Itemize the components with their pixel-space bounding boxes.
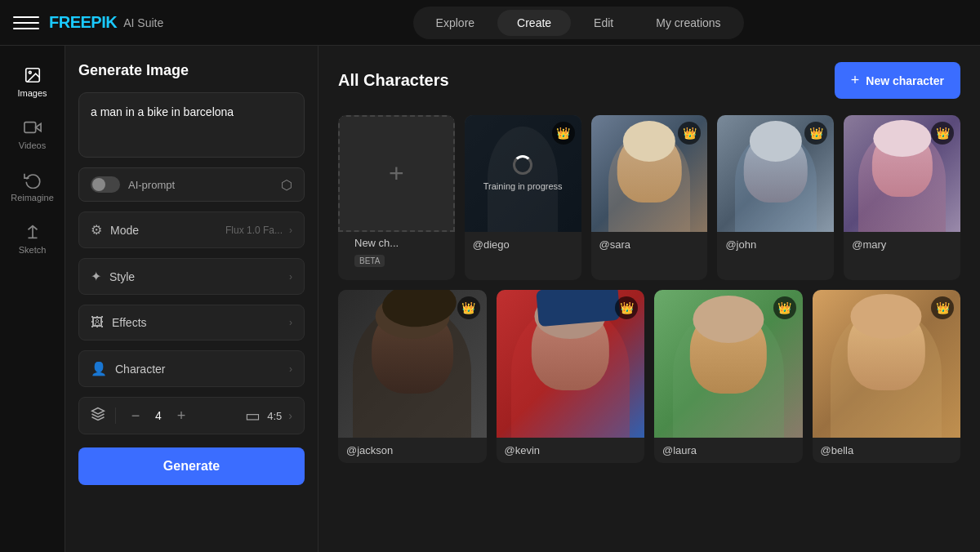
new-character-label: New character — [866, 74, 944, 87]
left-panel: Generate Image a man in a bike in barcel… — [65, 46, 318, 552]
svg-marker-2 — [35, 123, 40, 131]
divider — [115, 407, 116, 424]
count-increment-button[interactable]: + — [172, 406, 191, 425]
character-chevron-icon: › — [289, 363, 292, 375]
mode-value: Flux 1.0 Fa... — [225, 225, 283, 236]
ai-prompt-row: AI-prompt ⬡ — [78, 167, 305, 202]
icon-sidebar: Images Videos Reimagine — [0, 46, 65, 552]
training-spinner — [513, 155, 532, 175]
character-card-bella[interactable]: @bella 👑 — [813, 290, 961, 464]
characters-header: All Characters + New character — [338, 62, 960, 99]
new-character-card[interactable]: + New ch... BETA — [338, 115, 455, 280]
beta-badge: BETA — [354, 255, 385, 267]
effects-chevron-area: › — [289, 317, 292, 328]
training-text: Training in progress — [483, 181, 563, 191]
mode-value-area: Flux 1.0 Fa... › — [225, 225, 292, 236]
plus-icon: + — [851, 72, 860, 89]
hamburger-menu[interactable] — [13, 10, 39, 36]
mode-icon: ⚙ — [91, 222, 102, 238]
character-card-sara[interactable]: @sara 👑 — [591, 115, 708, 280]
crown-badge-diego: 👑 — [552, 122, 575, 145]
char-name-laura: @laura — [654, 438, 803, 463]
style-chevron-icon: › — [289, 271, 292, 283]
prompt-input[interactable]: a man in a bike in barcelona — [78, 92, 305, 158]
crown-badge-john: 👑 — [804, 122, 827, 145]
char-name-kevin: @kevin — [497, 438, 645, 463]
crown-badge-jackson: 👑 — [457, 296, 480, 319]
logo-text: FREEPIK — [49, 13, 117, 32]
sidebar-reimagine-label: Reimagine — [11, 193, 54, 203]
crown-badge-bella: 👑 — [931, 296, 954, 319]
toggle-knob — [92, 178, 105, 191]
character-chevron-area: › — [289, 363, 292, 375]
mode-option-row[interactable]: ⚙ Mode Flux 1.0 Fa... › — [78, 211, 305, 248]
mode-chevron-icon: › — [289, 225, 292, 236]
crown-badge-kevin: 👑 — [615, 296, 638, 319]
effects-option-row[interactable]: 🖼 Effects › — [78, 305, 305, 341]
videos-icon — [23, 118, 42, 137]
sidebar-images-label: Images — [17, 88, 47, 98]
character-option-row[interactable]: 👤 Character › — [78, 350, 305, 387]
characters-grid-row1: + New ch... BETA Training in progress — [338, 115, 960, 280]
character-card-john[interactable]: @john 👑 — [717, 115, 834, 280]
sidebar-item-videos[interactable]: Videos — [7, 111, 59, 157]
sidebar-item-images[interactable]: Images — [7, 59, 59, 105]
count-control: − 4 + — [126, 406, 191, 425]
tab-my-creations[interactable]: My creations — [636, 10, 740, 36]
ai-prompt-label: AI-prompt — [128, 179, 175, 191]
new-char-placeholder: + — [338, 115, 455, 232]
all-characters-title: All Characters — [338, 71, 449, 90]
reimagine-icon — [23, 170, 42, 189]
right-panel: All Characters + New character + New ch.… — [318, 46, 980, 552]
crown-badge-mary: 👑 — [931, 122, 954, 145]
ratio-icon: ▭ — [245, 406, 261, 425]
count-decrement-button[interactable]: − — [126, 406, 145, 425]
character-option-left: 👤 Character — [91, 361, 165, 376]
character-label: Character — [115, 363, 165, 376]
tab-explore[interactable]: Explore — [416, 10, 494, 36]
ratio-chevron-icon: › — [288, 409, 292, 422]
effects-option-left: 🖼 Effects — [91, 315, 147, 330]
ai-prompt-toggle[interactable] — [91, 176, 120, 193]
new-ch-label: New ch... — [346, 234, 407, 252]
character-card-mary[interactable]: @mary 👑 — [844, 115, 960, 280]
effects-label: Effects — [112, 316, 147, 329]
style-option-row[interactable]: ✦ Style › — [78, 258, 305, 295]
ai-prompt-left: AI-prompt — [91, 176, 175, 193]
sidebar-item-reimagine[interactable]: Reimagine — [7, 163, 59, 209]
main-content: Images Videos Reimagine — [0, 46, 980, 552]
mode-label: Mode — [110, 224, 139, 237]
style-option-left: ✦ Style — [91, 269, 135, 284]
character-card-jackson[interactable]: @jackson 👑 — [338, 290, 487, 464]
add-plus-icon: + — [389, 158, 404, 189]
tab-edit[interactable]: Edit — [574, 10, 633, 36]
images-icon — [23, 65, 42, 85]
cube-icon[interactable]: ⬡ — [281, 177, 292, 193]
sidebar-item-sketch[interactable]: Sketch — [7, 216, 59, 261]
char-name-diego: @diego — [465, 232, 581, 257]
nav-tabs: Explore Create Edit My creations — [413, 7, 744, 39]
char-name-mary: @mary — [844, 232, 960, 257]
effects-chevron-icon: › — [289, 317, 292, 328]
svg-point-1 — [29, 71, 31, 73]
char-name-jackson: @jackson — [338, 438, 487, 463]
character-card-diego[interactable]: Training in progress @diego 👑 — [465, 115, 581, 280]
layers-icon — [91, 407, 105, 425]
char-name-sara: @sara — [591, 232, 708, 257]
characters-grid-row2: @jackson 👑 @kevin 👑 — [338, 290, 960, 464]
mode-option-left: ⚙ Mode — [91, 222, 139, 238]
generate-button[interactable]: Generate — [78, 447, 305, 485]
sidebar-sketch-label: Sketch — [19, 245, 47, 255]
svg-marker-6 — [92, 408, 105, 415]
character-card-laura[interactable]: @laura 👑 — [654, 290, 803, 464]
char-name-bella: @bella — [813, 438, 961, 463]
bottom-controls: − 4 + ▭ 4:5 › — [78, 397, 305, 434]
ratio-control: ▭ 4:5 › — [245, 406, 292, 425]
style-chevron-area: › — [289, 271, 292, 283]
svg-rect-3 — [24, 122, 35, 133]
character-card-kevin[interactable]: @kevin 👑 — [497, 290, 645, 464]
tab-create[interactable]: Create — [497, 10, 571, 36]
new-character-button[interactable]: + New character — [835, 62, 960, 99]
sketch-icon — [23, 222, 42, 242]
logo-area: FREEPIK AI Suite — [49, 13, 163, 32]
